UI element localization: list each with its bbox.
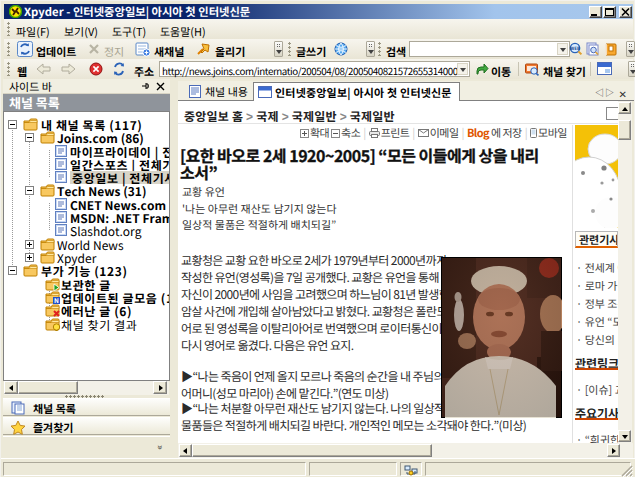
- svg-text:WEB: WEB: [570, 45, 580, 51]
